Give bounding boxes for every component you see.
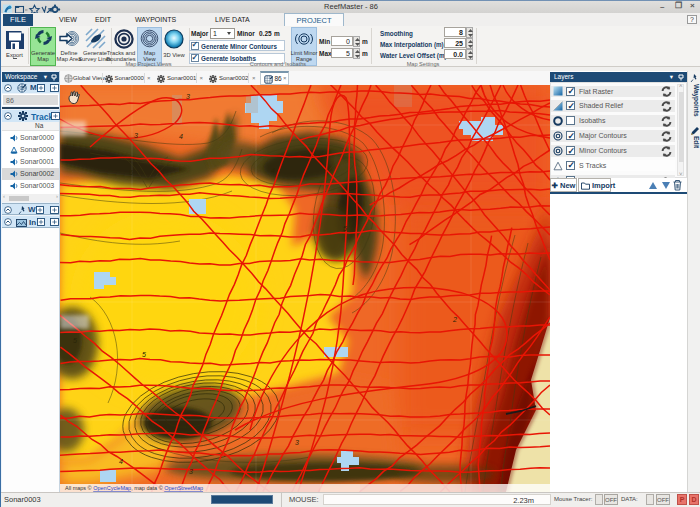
svg-text:4: 4 — [119, 458, 123, 465]
svg-text:4: 4 — [179, 133, 183, 140]
svg-text:5: 5 — [129, 169, 133, 176]
svg-text:3: 3 — [186, 93, 190, 100]
svg-text:5: 5 — [142, 351, 146, 358]
svg-text:3: 3 — [189, 468, 193, 475]
svg-text:4: 4 — [271, 167, 275, 174]
svg-text:5: 5 — [343, 225, 347, 232]
svg-text:5: 5 — [73, 337, 77, 344]
svg-text:3: 3 — [134, 132, 138, 139]
svg-text:All maps © OpenCycleMap, map d: All maps © OpenCycleMap, map data © Open… — [65, 485, 203, 491]
svg-text:2: 2 — [452, 316, 457, 323]
svg-text:3: 3 — [295, 439, 299, 446]
